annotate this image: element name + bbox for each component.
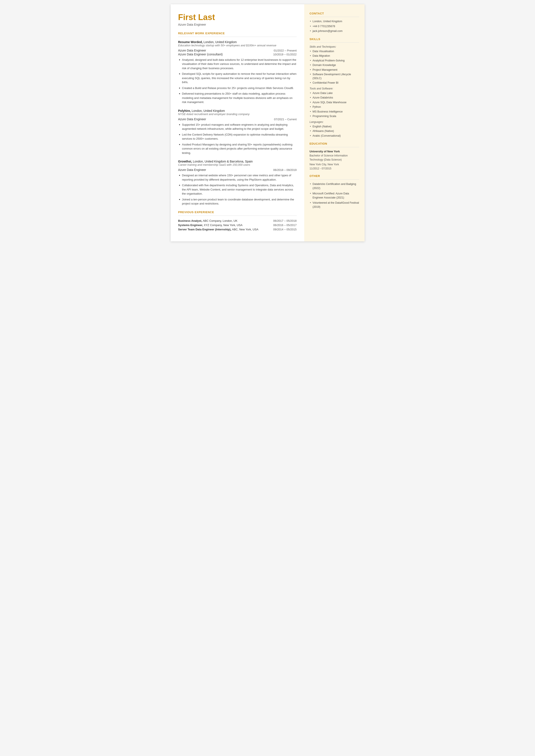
bullet-item: Analyzed, designed and built data soluti… [178,58,297,70]
company-block-polyhire: Polyhire, London, United Kingdom NYSE-li… [178,109,297,155]
company-tagline-polyhire: NYSE-listed recruitment and employer bra… [178,113,297,116]
skill-item: Analytical Problem-Solving [310,59,359,63]
other-item: Volunteered at the Data4Good Festival (2… [310,201,359,209]
tools-subheader: Tools and Software: [310,87,359,90]
skill-item: Azure SQL Data Warehouse [310,101,359,104]
education-section: EDUCATION University of New York Bachelo… [310,142,359,170]
bullet-item: Collaborated with five departments inclu… [178,183,297,196]
skill-item: MS Business Intelligence [310,110,359,114]
role-date-polyhire: 07/2021 – Current [274,118,297,121]
role-title-growthsi: Azure Data Engineer [178,168,206,172]
other-divider [310,179,359,180]
role-row-ade1: Azure Data Engineer 01/2022 – Present [178,49,297,52]
skill-item: Data Visualisation [310,49,359,53]
company-name-resume-worded: Resume Worded, London, United Kingdom [178,40,297,44]
skill-item: Azure Data Lake [310,91,359,95]
candidate-title: Azure Data Engineer [178,23,297,26]
resume-container: First Last Azure Data Engineer RELEVANT … [171,4,365,241]
role-date-growthsi: 06/2018 – 09/2019 [273,168,296,172]
contact-email: jack.johnson@gmail.com [310,29,359,33]
techniques-subheader: Skills and Techniques: [310,45,359,48]
other-item: Microsoft Certified: Azure Data Engineer… [310,192,359,200]
skill-item: Confidential Power BI [310,81,359,85]
edu-degree: Bachelor of Science Information Technolo… [310,154,359,162]
role-row-growthsi: Azure Data Engineer 06/2018 – 09/2019 [178,168,297,172]
bullet-item: Led the Content Delivery Network (CDN) e… [178,132,297,141]
company-tagline-resume-worded: Education technology startup with 50+ em… [178,44,297,47]
edu-location: New York City, New York [310,162,359,167]
skill-item: Azure Databricks [310,96,359,100]
prev-exp-row-1: Systems Engineer, XYZ Company, New York,… [178,223,297,227]
company-name-polyhire: Polyhire, London, United Kingdom [178,109,297,113]
company-block-growthsi: Growthsi, London, United Kingdom & Barce… [178,160,297,206]
edu-school: University of New York [310,150,359,153]
previous-exp-divider [178,215,297,216]
bullet-item: Delivered training presentations to 250+… [178,92,297,104]
skill-item: Python [310,105,359,109]
skill-item: Software Development Lifecycle (SDLC) [310,72,359,80]
relevant-work-divider [178,37,297,37]
other-header: OTHER [310,174,359,178]
skill-item: Afrikaans (Native) [310,129,359,133]
languages-subheader: Languages: [310,121,359,124]
left-column: First Last Azure Data Engineer RELEVANT … [171,4,304,241]
contact-section: CONTACT London, United Kingdom +44 0 770… [310,12,359,33]
skill-item: Domain Knowledge [310,63,359,67]
role-row-ade2: Azure Data Engineer (consultant) 10/2019… [178,53,297,56]
company-tagline-growthsi: Career training and membership SaaS with… [178,163,297,166]
bullet-list-polyhire: Supported 15+ product managers and softw… [178,123,297,155]
previous-exp-header: PREVIOUS EXPERIENCE [178,210,297,214]
company-name-growthsi: Growthsi, London, United Kingdom & Barce… [178,160,297,163]
prev-exp-date-2: 09/2014 – 05/2015 [273,228,296,231]
edu-date: 11/2012 - 07/2015 [310,167,359,170]
prev-exp-date-0: 06/2017 – 05/2018 [273,219,296,222]
bullet-item: Designed an internal webiste where 150+ … [178,173,297,182]
role-date-ade1: 01/2022 – Present [274,49,296,52]
skill-item: Data Migration [310,54,359,58]
skill-item: English (Native) [310,125,359,129]
prev-exp-title-0: Business Analyst, ABC Company, London, U… [178,219,238,222]
contact-phone: +44 0 7701235678 [310,25,359,28]
skill-item: Project Management [310,68,359,72]
right-column: CONTACT London, United Kingdom +44 0 770… [304,4,365,241]
candidate-name: First Last [178,13,297,22]
relevant-work-header: RELEVANT WORK EXPERIENCE [178,32,297,35]
prev-exp-row-2: Server Team Data Engineer (Internship), … [178,228,297,231]
education-header: EDUCATION [310,142,359,145]
skills-divider [310,42,359,43]
skill-item: Programming Scala [310,114,359,118]
bullet-item: Developed SQL scripts for query automati… [178,72,297,84]
role-title-ade1: Azure Data Engineer [178,49,206,52]
prev-exp-title-1: Systems Engineer, XYZ Company, New York,… [178,223,242,227]
skills-section: SKILLS Skills and Techniques: Data Visua… [310,38,359,138]
bullet-list-resume-worded: Analyzed, designed and built data soluti… [178,58,297,104]
education-divider [310,147,359,147]
bullet-item: Created a Build and Relase process for 2… [178,86,297,90]
prev-exp-row-0: Business Analyst, ABC Company, London, U… [178,219,297,222]
bullet-list-growthsi: Designed an internal webiste where 150+ … [178,173,297,206]
prev-exp-date-1: 06/2016 – 05/2017 [273,223,296,227]
role-title-polyhire: Azure Data Engineer [178,118,206,121]
skills-header: SKILLS [310,38,359,41]
contact-header: CONTACT [310,12,359,15]
contact-location: London, United Kingdom [310,20,359,23]
role-row-polyhire: Azure Data Engineer 07/2021 – Current [178,118,297,121]
bullet-item: Assited Product Managers by designing an… [178,142,297,155]
contact-divider [310,17,359,17]
role-title-ade2: Azure Data Engineer (consultant) [178,53,223,56]
other-item: Databricks Certification and Badging (20… [310,182,359,190]
other-section: OTHER Databricks Certification and Badgi… [310,174,359,209]
company-block-resume-worded: Resume Worded, London, United Kingdom Ed… [178,40,297,104]
bullet-item: Joined a ten-person product team to coor… [178,197,297,206]
skill-item: Arabic (Conversational) [310,134,359,138]
role-date-ade2: 10/2019 – 01/2022 [273,53,296,56]
bullet-item: Supported 15+ product managers and softw… [178,123,297,131]
prev-exp-title-2: Server Team Data Engineer (Internship), … [178,228,259,231]
